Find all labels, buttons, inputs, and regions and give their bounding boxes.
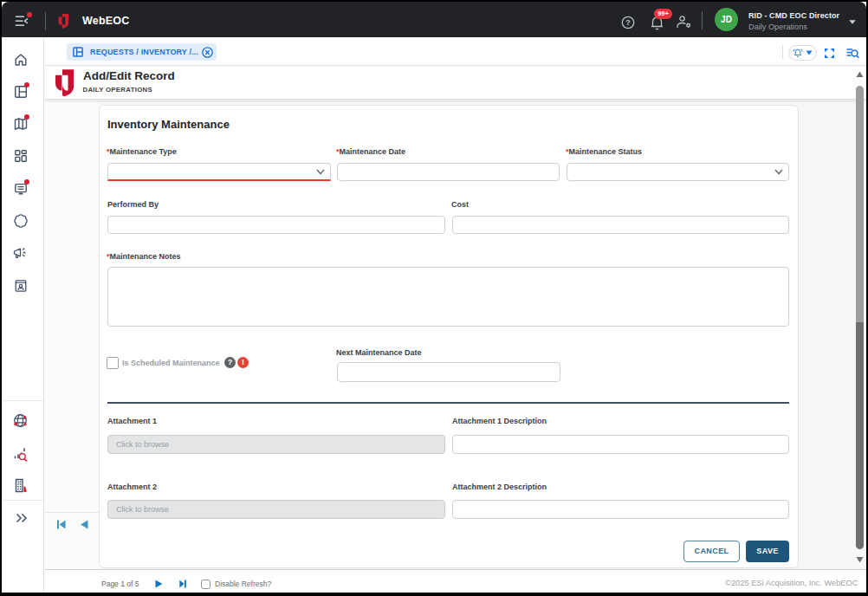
svg-text:?: ? bbox=[625, 17, 631, 27]
